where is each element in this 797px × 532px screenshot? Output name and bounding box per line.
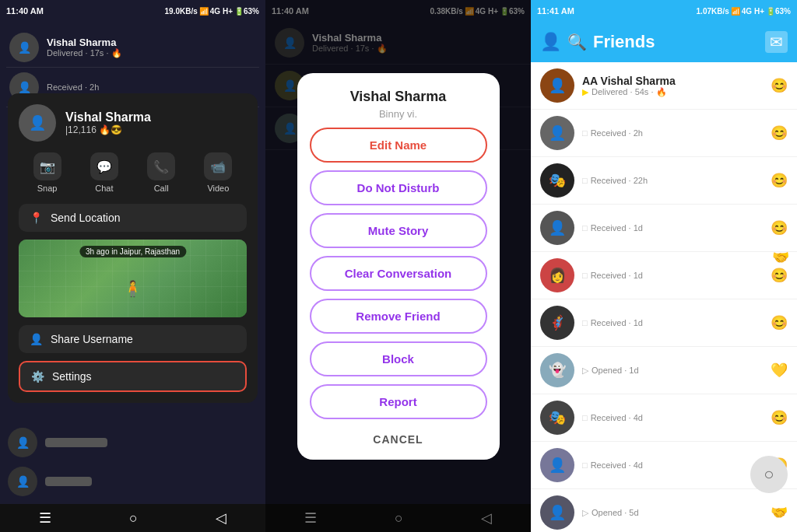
panel-middle: 11:40 AM 0.38KB/s 📶 4G H+ 🔋63% 👤 Vishal … xyxy=(265,0,531,532)
map-section: 3h ago in Jaipur, Rajasthan 🧍 xyxy=(19,240,247,317)
friend-status-7: □ Received · 4d xyxy=(582,413,763,422)
call-icon: 📞 xyxy=(147,152,175,180)
status-bar-left: 11:40 AM 19.0KB/s 📶 4G H+ 🔋63% xyxy=(0,0,265,22)
friend-emoji-2: 😊 xyxy=(771,172,788,189)
call-button[interactable]: 📞 Call xyxy=(147,152,175,193)
friend-item-6[interactable]: 👻 ▷ Opened · 1d 💛 xyxy=(531,347,797,394)
friend-item-0[interactable]: 👤 AA Vishal Sharma ▶ Delivered · 54s · 🔥… xyxy=(531,62,797,110)
friends-title: Friends xyxy=(593,32,759,52)
time-right: 11:41 AM xyxy=(537,6,574,16)
video-icon: 📹 xyxy=(204,152,232,180)
bg-item-0[interactable]: 👤 Vishal Sharma Delivered · 17s · 🔥 xyxy=(6,28,259,68)
friend-avatar-2: 🎭 xyxy=(540,163,574,198)
friend-item-3[interactable]: 👤 □ Received · 1d 😊 xyxy=(531,205,797,252)
snap-icon: 📷 xyxy=(33,152,61,180)
friend-avatar-0: 👤 xyxy=(540,68,574,103)
do-not-disturb-button[interactable]: Do Not Disturb xyxy=(310,170,487,205)
friend-item-1[interactable]: 👤 □ Received · 2h 😊 xyxy=(531,110,797,157)
friend-avatar-6: 👻 xyxy=(540,353,574,387)
friend-emoji-4: 😊 xyxy=(771,267,788,284)
call-label: Call xyxy=(154,184,169,193)
friend-status-4: □ Received · 1d xyxy=(582,271,763,280)
snap-label: Snap xyxy=(37,184,58,193)
share-username-label: Share Username xyxy=(51,333,133,345)
chat-label: Chat xyxy=(95,184,113,193)
friends-header: 👤 🔍 Friends ✉ xyxy=(531,22,797,62)
bottom-item-1[interactable]: 👤 xyxy=(8,462,258,501)
user-circle-icon: 👤 xyxy=(540,32,561,52)
float-action-button[interactable]: ○ xyxy=(750,456,788,493)
modal-title: Vishal Sharma xyxy=(350,89,447,105)
profile-avatar: 👤 xyxy=(19,104,56,142)
friend-avatar-8: 👤 xyxy=(540,448,574,482)
mute-story-button[interactable]: Mute Story xyxy=(310,213,487,248)
modal-card: Vishal Sharma Binny vi. Edit Name Do Not… xyxy=(297,73,500,460)
indicators-right: 1.07KB/s 📶 4G H+ 🔋63% xyxy=(697,7,791,16)
share-icon: 👤 xyxy=(30,333,43,345)
friend-item-4[interactable]: 👩 □ Received · 1d 😊 xyxy=(531,252,797,299)
block-button[interactable]: Block xyxy=(310,341,487,376)
bg-name-0: Vishal Sharma xyxy=(47,37,256,48)
map-label: 3h ago in Jaipur, Rajasthan xyxy=(79,246,186,257)
friend-item-9[interactable]: 👤 ▷ Opened · 5d 🤝 xyxy=(531,489,797,532)
friend-emoji-3: 😊 xyxy=(771,219,788,236)
profile-score: |12,116 🔥😎 xyxy=(65,124,151,135)
friend-avatar-9: 👤 xyxy=(540,495,574,530)
friend-item-7[interactable]: 🎭 □ Received · 4d 😊 xyxy=(531,394,797,442)
search-icon[interactable]: 🔍 xyxy=(567,33,587,51)
indicators-left: 19.0KB/s 📶 4G H+ 🔋63% xyxy=(165,7,259,16)
friend-status-3: □ Received · 1d xyxy=(582,223,763,233)
share-username-row[interactable]: 👤 Share Username xyxy=(19,325,247,353)
video-button[interactable]: 📹 Video xyxy=(204,152,232,193)
profile-name: Vishal Sharma xyxy=(65,110,151,124)
friend-status-6: ▷ Opened · 1d xyxy=(582,366,763,376)
report-button[interactable]: Report xyxy=(310,384,487,419)
friend-item-5[interactable]: 🦸 □ Received · 1d 😊 xyxy=(531,299,797,347)
settings-row[interactable]: ⚙️ Settings xyxy=(19,361,247,392)
snap-button[interactable]: 📷 Snap xyxy=(33,152,61,193)
chat-icon: 💬 xyxy=(90,152,118,180)
side-icon-1: 🤝 xyxy=(772,249,789,266)
remove-friend-button[interactable]: Remove Friend xyxy=(310,299,487,334)
friend-emoji-7: 😊 xyxy=(771,409,788,426)
chat-button[interactable]: 💬 Chat xyxy=(90,152,118,193)
nav-home-left[interactable]: ○ xyxy=(129,510,138,527)
friend-avatar-3: 👤 xyxy=(540,211,574,245)
side-icons: 🤝 xyxy=(772,249,789,266)
bg-sub-0: Delivered · 17s · 🔥 xyxy=(47,48,256,58)
nav-bar-left: ☰ ○ ◁ xyxy=(0,504,265,532)
modal-overlay[interactable]: Vishal Sharma Binny vi. Edit Name Do Not… xyxy=(265,0,531,532)
bottom-avatar-0: 👤 xyxy=(8,428,37,457)
nav-menu-left[interactable]: ☰ xyxy=(39,509,51,527)
bg-sub-1: Received · 2h xyxy=(47,82,256,92)
nav-back-left[interactable]: ◁ xyxy=(216,509,226,527)
time-left: 11:40 AM xyxy=(6,6,44,16)
friend-status-2: □ Received · 22h xyxy=(582,176,763,185)
friend-emoji-9: 🤝 xyxy=(771,504,788,521)
bottom-item-0[interactable]: 👤 xyxy=(8,423,258,462)
friend-emoji-5: 😊 xyxy=(771,314,788,331)
friend-status-9: ▷ Opened · 5d xyxy=(582,508,763,518)
friend-status-1: □ Received · 2h xyxy=(582,128,763,138)
friend-status-8: □ Received · 4d xyxy=(582,460,763,470)
settings-icon: ⚙️ xyxy=(31,370,44,383)
send-location-row[interactable]: 📍 Send Location xyxy=(19,204,247,232)
friend-item-2[interactable]: 🎭 □ Received · 22h 😊 xyxy=(531,157,797,205)
compose-icon[interactable]: ✉ xyxy=(765,31,788,53)
clear-conversation-button[interactable]: Clear Conversation xyxy=(310,256,487,291)
cancel-button[interactable]: CANCEL xyxy=(367,427,429,452)
bottom-avatar-1: 👤 xyxy=(8,467,37,496)
profile-card: 👤 Vishal Sharma |12,116 🔥😎 📷 Snap 💬 Chat… xyxy=(8,93,258,403)
map-pin: 🧍 xyxy=(123,279,142,298)
friend-avatar-1: 👤 xyxy=(540,116,574,150)
edit-name-button[interactable]: Edit Name xyxy=(310,128,487,163)
friend-name-0: AA Vishal Sharma xyxy=(582,75,763,87)
location-icon: 📍 xyxy=(30,212,43,224)
friend-status-5: □ Received · 1d xyxy=(582,318,763,327)
friend-emoji-6: 💛 xyxy=(771,362,788,379)
friend-avatar-5: 🦸 xyxy=(540,306,574,340)
action-buttons: 📷 Snap 💬 Chat 📞 Call 📹 Video xyxy=(19,152,247,193)
panel-right: 11:41 AM 1.07KB/s 📶 4G H+ 🔋63% 👤 🔍 Frien… xyxy=(531,0,797,532)
bottom-items-left: 👤 👤 xyxy=(8,423,258,501)
panel-left: 11:40 AM 19.0KB/s 📶 4G H+ 🔋63% 👤 Vishal … xyxy=(0,0,265,532)
